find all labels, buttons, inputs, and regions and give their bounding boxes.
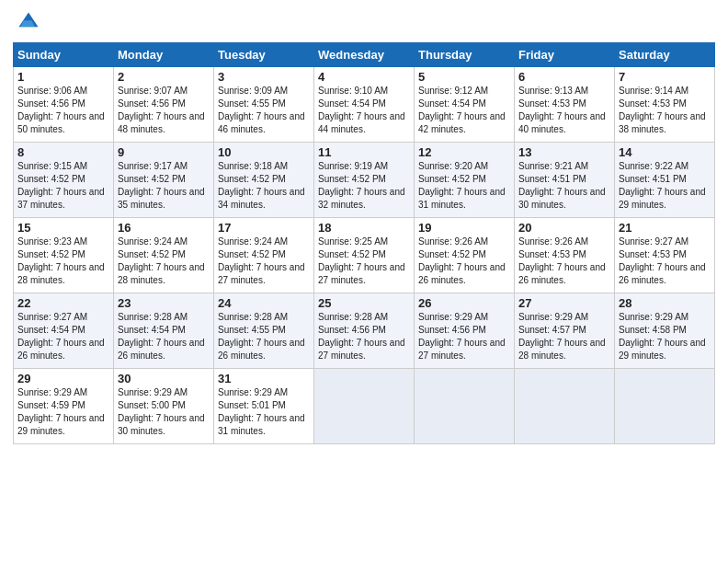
cell-info: Sunrise: 9:20 AMSunset: 4:52 PMDaylight:…	[418, 161, 506, 210]
day-number: 9	[118, 145, 210, 159]
calendar-cell	[314, 369, 415, 444]
calendar-cell: 26Sunrise: 9:29 AMSunset: 4:56 PMDayligh…	[415, 293, 515, 369]
cell-info: Sunrise: 9:28 AMSunset: 4:56 PMDaylight:…	[318, 312, 405, 361]
day-number: 22	[17, 296, 109, 310]
calendar-cell: 14Sunrise: 9:22 AMSunset: 4:51 PMDayligh…	[615, 143, 715, 218]
cell-info: Sunrise: 9:25 AMSunset: 4:52 PMDaylight:…	[318, 236, 405, 285]
calendar-cell: 11Sunrise: 9:19 AMSunset: 4:52 PMDayligh…	[314, 143, 415, 218]
day-number: 4	[318, 70, 410, 84]
cell-info: Sunrise: 9:26 AMSunset: 4:53 PMDaylight:…	[518, 236, 606, 285]
cell-info: Sunrise: 9:09 AMSunset: 4:55 PMDaylight:…	[218, 86, 305, 134]
cell-info: Sunrise: 9:29 AMSunset: 4:56 PMDaylight:…	[418, 312, 506, 361]
cell-info: Sunrise: 9:24 AMSunset: 4:52 PMDaylight:…	[118, 236, 205, 285]
calendar-cell: 10Sunrise: 9:18 AMSunset: 4:52 PMDayligh…	[214, 143, 314, 218]
day-number: 15	[17, 221, 109, 235]
header-thursday: Thursday	[415, 43, 515, 67]
calendar-cell: 1Sunrise: 9:06 AMSunset: 4:56 PMDaylight…	[14, 67, 114, 143]
cell-info: Sunrise: 9:27 AMSunset: 4:53 PMDaylight:…	[619, 236, 706, 285]
day-number: 7	[619, 70, 711, 84]
calendar-cell: 24Sunrise: 9:28 AMSunset: 4:55 PMDayligh…	[214, 293, 314, 369]
calendar-cell: 9Sunrise: 9:17 AMSunset: 4:52 PMDaylight…	[114, 143, 214, 218]
day-number: 30	[118, 372, 210, 385]
calendar-cell: 20Sunrise: 9:26 AMSunset: 4:53 PMDayligh…	[515, 218, 615, 293]
calendar-cell: 18Sunrise: 9:25 AMSunset: 4:52 PMDayligh…	[314, 218, 415, 293]
day-number: 25	[318, 296, 410, 310]
calendar-cell: 12Sunrise: 9:20 AMSunset: 4:52 PMDayligh…	[415, 143, 515, 218]
day-number: 10	[218, 145, 310, 159]
calendar-cell: 21Sunrise: 9:27 AMSunset: 4:53 PMDayligh…	[615, 218, 715, 293]
week-row-1: 1Sunrise: 9:06 AMSunset: 4:56 PMDaylight…	[14, 67, 715, 143]
day-number: 14	[619, 145, 711, 159]
cell-info: Sunrise: 9:29 AMSunset: 5:00 PMDaylight:…	[118, 387, 205, 436]
calendar-cell	[415, 369, 515, 444]
calendar-cell: 5Sunrise: 9:12 AMSunset: 4:54 PMDaylight…	[415, 67, 515, 143]
page-header	[13, 9, 715, 35]
day-number: 28	[619, 296, 711, 310]
header-tuesday: Tuesday	[214, 43, 314, 67]
day-number: 12	[418, 145, 510, 159]
day-number: 1	[17, 70, 109, 84]
calendar-cell: 6Sunrise: 9:13 AMSunset: 4:53 PMDaylight…	[515, 67, 615, 143]
logo	[13, 9, 41, 35]
calendar-cell	[615, 369, 715, 444]
header-row: SundayMondayTuesdayWednesdayThursdayFrid…	[14, 43, 715, 67]
day-number: 21	[619, 221, 711, 235]
calendar-cell	[515, 369, 615, 444]
calendar-cell: 22Sunrise: 9:27 AMSunset: 4:54 PMDayligh…	[14, 293, 114, 369]
day-number: 16	[118, 221, 210, 235]
cell-info: Sunrise: 9:07 AMSunset: 4:56 PMDaylight:…	[118, 86, 205, 134]
day-number: 17	[218, 221, 310, 235]
cell-info: Sunrise: 9:29 AMSunset: 4:59 PMDaylight:…	[17, 387, 105, 436]
cell-info: Sunrise: 9:29 AMSunset: 5:01 PMDaylight:…	[218, 387, 305, 436]
week-row-4: 22Sunrise: 9:27 AMSunset: 4:54 PMDayligh…	[14, 293, 715, 369]
day-number: 5	[418, 70, 510, 84]
day-number: 18	[318, 221, 410, 235]
day-number: 11	[318, 145, 410, 159]
calendar-table: SundayMondayTuesdayWednesdayThursdayFrid…	[13, 42, 715, 444]
day-number: 29	[17, 372, 109, 385]
calendar-cell: 15Sunrise: 9:23 AMSunset: 4:52 PMDayligh…	[14, 218, 114, 293]
day-number: 6	[518, 70, 610, 84]
calendar-cell: 19Sunrise: 9:26 AMSunset: 4:52 PMDayligh…	[415, 218, 515, 293]
cell-info: Sunrise: 9:13 AMSunset: 4:53 PMDaylight:…	[518, 86, 606, 134]
day-number: 3	[218, 70, 310, 84]
day-number: 31	[218, 372, 310, 385]
day-number: 2	[118, 70, 210, 84]
cell-info: Sunrise: 9:18 AMSunset: 4:52 PMDaylight:…	[218, 161, 305, 210]
day-number: 13	[518, 145, 610, 159]
day-number: 8	[17, 145, 109, 159]
week-row-3: 15Sunrise: 9:23 AMSunset: 4:52 PMDayligh…	[14, 218, 715, 293]
calendar-cell: 23Sunrise: 9:28 AMSunset: 4:54 PMDayligh…	[114, 293, 214, 369]
cell-info: Sunrise: 9:06 AMSunset: 4:56 PMDaylight:…	[17, 86, 105, 134]
cell-info: Sunrise: 9:15 AMSunset: 4:52 PMDaylight:…	[17, 161, 105, 210]
day-number: 24	[218, 296, 310, 310]
calendar-cell: 29Sunrise: 9:29 AMSunset: 4:59 PMDayligh…	[14, 369, 114, 444]
calendar-cell: 25Sunrise: 9:28 AMSunset: 4:56 PMDayligh…	[314, 293, 415, 369]
cell-info: Sunrise: 9:29 AMSunset: 4:57 PMDaylight:…	[518, 312, 606, 361]
cell-info: Sunrise: 9:14 AMSunset: 4:53 PMDaylight:…	[619, 86, 706, 134]
header-saturday: Saturday	[615, 43, 715, 67]
calendar-cell: 8Sunrise: 9:15 AMSunset: 4:52 PMDaylight…	[14, 143, 114, 218]
calendar-cell: 16Sunrise: 9:24 AMSunset: 4:52 PMDayligh…	[114, 218, 214, 293]
week-row-2: 8Sunrise: 9:15 AMSunset: 4:52 PMDaylight…	[14, 143, 715, 218]
cell-info: Sunrise: 9:12 AMSunset: 4:54 PMDaylight:…	[418, 86, 506, 134]
day-number: 23	[118, 296, 210, 310]
cell-info: Sunrise: 9:22 AMSunset: 4:51 PMDaylight:…	[619, 161, 706, 210]
cell-info: Sunrise: 9:21 AMSunset: 4:51 PMDaylight:…	[518, 161, 606, 210]
cell-info: Sunrise: 9:23 AMSunset: 4:52 PMDaylight:…	[17, 236, 105, 285]
calendar-cell: 30Sunrise: 9:29 AMSunset: 5:00 PMDayligh…	[114, 369, 214, 444]
cell-info: Sunrise: 9:28 AMSunset: 4:55 PMDaylight:…	[218, 312, 305, 361]
calendar-cell: 17Sunrise: 9:24 AMSunset: 4:52 PMDayligh…	[214, 218, 314, 293]
calendar-cell: 27Sunrise: 9:29 AMSunset: 4:57 PMDayligh…	[515, 293, 615, 369]
calendar-cell: 4Sunrise: 9:10 AMSunset: 4:54 PMDaylight…	[314, 67, 415, 143]
header-wednesday: Wednesday	[314, 43, 415, 67]
calendar-cell: 2Sunrise: 9:07 AMSunset: 4:56 PMDaylight…	[114, 67, 214, 143]
day-number: 20	[518, 221, 610, 235]
calendar-cell: 31Sunrise: 9:29 AMSunset: 5:01 PMDayligh…	[214, 369, 314, 444]
cell-info: Sunrise: 9:29 AMSunset: 4:58 PMDaylight:…	[619, 312, 706, 361]
header-sunday: Sunday	[14, 43, 114, 67]
calendar-cell: 28Sunrise: 9:29 AMSunset: 4:58 PMDayligh…	[615, 293, 715, 369]
cell-info: Sunrise: 9:24 AMSunset: 4:52 PMDaylight:…	[218, 236, 305, 285]
cell-info: Sunrise: 9:28 AMSunset: 4:54 PMDaylight:…	[118, 312, 205, 361]
cell-info: Sunrise: 9:10 AMSunset: 4:54 PMDaylight:…	[318, 86, 405, 134]
